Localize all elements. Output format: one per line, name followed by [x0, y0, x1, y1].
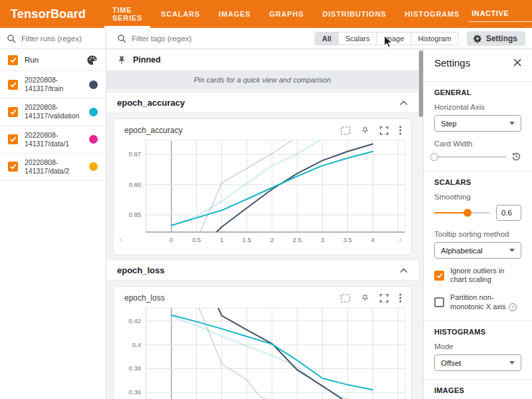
- chevron-up-icon[interactable]: [400, 268, 408, 273]
- pin-card-icon[interactable]: [361, 126, 369, 135]
- tooltip-sorting-select[interactable]: Alphabetical: [434, 242, 521, 259]
- close-icon[interactable]: [513, 59, 521, 66]
- section-header-epoch-loss[interactable]: epoch_loss: [106, 261, 418, 281]
- check-icon: [10, 164, 17, 170]
- pin-card-icon[interactable]: [361, 293, 369, 303]
- tab-distributions[interactable]: DISTRIBUTIONS: [313, 0, 396, 28]
- more-options-icon[interactable]: [399, 293, 402, 303]
- topbar-actions: INACTIVE: [469, 0, 532, 28]
- run-row-validation[interactable]: 20220808-141317/validation: [0, 98, 106, 126]
- tooltip-sorting-label: Tooltip sorting method: [434, 230, 521, 238]
- svg-text:2.5: 2.5: [293, 236, 301, 243]
- filter-histogram-button[interactable]: Histogram: [411, 33, 458, 45]
- run-checkbox[interactable]: [8, 162, 18, 172]
- smoothing-label: Smoothing: [434, 193, 521, 201]
- svg-text:3.5: 3.5: [343, 236, 352, 243]
- horizontal-axis-select[interactable]: Step: [434, 115, 521, 132]
- fullscreen-icon[interactable]: [380, 126, 388, 135]
- divider: [424, 321, 532, 321]
- check-icon: [10, 57, 17, 63]
- chevron-up-icon[interactable]: [400, 100, 408, 106]
- tab-graphs[interactable]: GRAPHS: [260, 0, 313, 28]
- settings-panel: Settings GENERAL Horizontal Axis Step Ca…: [423, 49, 532, 399]
- smoothing-value-input[interactable]: 0.6: [496, 205, 521, 221]
- settings-button[interactable]: Settings: [467, 31, 525, 46]
- card-width-slider[interactable]: [434, 153, 506, 161]
- card-title: epoch_loss: [124, 293, 165, 303]
- check-icon: [10, 136, 17, 142]
- settings-heading-histograms: HISTOGRAMS: [434, 328, 521, 336]
- filter-all-button[interactable]: All: [315, 33, 338, 45]
- app-title: TensorBoard: [0, 7, 103, 21]
- tensorboard-app: TensorBoard TIME SERIES SCALARS IMAGES G…: [0, 0, 532, 399]
- svg-text:0.4: 0.4: [132, 341, 141, 348]
- fit-to-data-icon[interactable]: [340, 294, 350, 303]
- svg-text:5: 5: [119, 236, 122, 243]
- line-chart-epoch-accuracy[interactable]: 0.850.860.87500.511.522.533.544: [114, 136, 410, 249]
- filter-tags-placeholder[interactable]: Filter tags (regex): [132, 35, 192, 43]
- pin-icon: [117, 55, 126, 65]
- partition-x-axis-checkbox[interactable]: [434, 297, 444, 307]
- ignore-outliers-checkbox-row[interactable]: Ignore outliers in chart scaling: [434, 267, 521, 284]
- run-checkbox[interactable]: [8, 134, 18, 144]
- smoothing-slider[interactable]: [434, 209, 489, 217]
- tab-scalars[interactable]: SCALARS: [152, 0, 209, 28]
- palette-icon[interactable]: [86, 55, 98, 66]
- run-checkbox[interactable]: [8, 80, 18, 90]
- select-all-runs-checkbox[interactable]: [8, 55, 18, 65]
- svg-text:2: 2: [270, 236, 273, 243]
- run-name: 20220808-141317/train: [25, 76, 80, 93]
- svg-text:0.87: 0.87: [129, 150, 142, 158]
- reset-icon[interactable]: [511, 152, 521, 162]
- svg-text:1: 1: [220, 236, 223, 243]
- divider: [424, 81, 532, 82]
- svg-text:0.5: 0.5: [192, 236, 201, 243]
- tab-images[interactable]: IMAGES: [209, 0, 260, 28]
- histogram-mode-select[interactable]: Offset: [434, 354, 521, 371]
- scrollbar-thumb[interactable]: [419, 51, 423, 117]
- run-row-data-1[interactable]: 20220808-141317/data/1: [0, 126, 106, 154]
- section-title: epoch_loss: [117, 265, 165, 275]
- horizontal-axis-label: Horizontal Axis: [434, 103, 521, 111]
- scalar-card-epoch-accuracy: epoch_accuracy: [113, 118, 412, 255]
- line-chart-epoch-loss[interactable]: 0.420.40.380.36: [114, 304, 410, 399]
- chevron-down-icon: [509, 249, 515, 252]
- runs-column-header: Run: [25, 56, 86, 64]
- run-row-data-2[interactable]: 20220808-141317/data/2: [0, 154, 106, 181]
- card-title: epoch_accuracy: [124, 126, 182, 135]
- top-app-bar: TensorBoard TIME SERIES SCALARS IMAGES G…: [0, 0, 532, 28]
- filter-image-button[interactable]: Image: [376, 33, 411, 45]
- tab-histograms[interactable]: HISTOGRAMS: [396, 0, 469, 28]
- partition-x-axis-checkbox-row[interactable]: Partition non-monotonic X axis?: [434, 293, 521, 311]
- runs-header-row: Run: [0, 49, 106, 71]
- run-row-train[interactable]: 20220808-141317/train: [0, 71, 106, 98]
- tag-type-filter-group: All Scalars Image Histogram: [315, 32, 458, 45]
- settings-heading-general: GENERAL: [434, 88, 521, 96]
- search-icon: [7, 34, 16, 43]
- slider-thumb[interactable]: [430, 153, 438, 161]
- histogram-mode-value: Offset: [441, 359, 461, 367]
- scalar-card-epoch-loss: epoch_loss: [113, 286, 412, 399]
- pinned-empty-message: Pin cards for a quick view and compariso…: [106, 70, 418, 89]
- fit-to-data-icon[interactable]: [340, 126, 350, 135]
- tab-time-series[interactable]: TIME SERIES: [103, 0, 152, 28]
- ignore-outliers-label: Ignore outliers in chart scaling: [450, 267, 521, 284]
- reload-status-select[interactable]: INACTIVE: [469, 7, 532, 22]
- section-header-epoch-accuracy[interactable]: epoch_accuracy: [106, 93, 418, 113]
- more-options-icon[interactable]: [399, 126, 402, 135]
- filter-runs-input[interactable]: Filter runs (regex): [0, 28, 106, 49]
- divider: [424, 379, 532, 380]
- chevron-down-icon: [509, 361, 515, 364]
- check-icon: [10, 109, 17, 115]
- run-name: 20220808-141317/validation: [25, 103, 80, 120]
- ignore-outliers-checkbox[interactable]: [434, 271, 444, 281]
- run-checkbox[interactable]: [8, 107, 18, 117]
- main-scrollbar[interactable]: [418, 49, 423, 399]
- run-color-dot: [89, 108, 98, 116]
- fullscreen-icon[interactable]: [380, 294, 388, 303]
- slider-thumb[interactable]: [464, 209, 471, 217]
- partition-x-axis-label: Partition non-monotonic X axis?: [450, 293, 521, 311]
- filter-scalars-button[interactable]: Scalars: [338, 33, 376, 45]
- help-icon[interactable]: ?: [509, 303, 517, 311]
- filter-runs-placeholder: Filter runs (regex): [21, 35, 82, 43]
